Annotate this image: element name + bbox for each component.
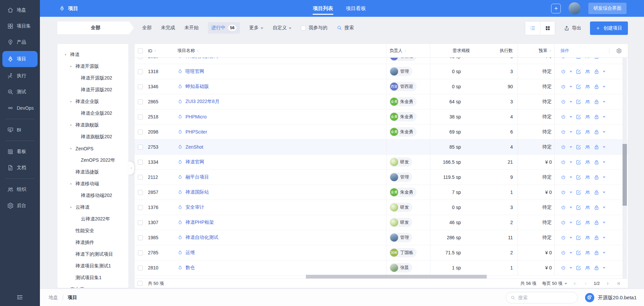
- team-icon[interactable]: [585, 114, 590, 120]
- chevron-down-icon[interactable]: [603, 222, 605, 225]
- column-header-scale[interactable]: 需求规模: [430, 44, 473, 57]
- chevron-down-icon[interactable]: [570, 176, 572, 180]
- team-icon[interactable]: [585, 250, 590, 256]
- power-icon[interactable]: [560, 69, 566, 74]
- filter-custom[interactable]: 自定义: [273, 25, 291, 31]
- per-page-select[interactable]: 每页 50 项: [542, 280, 567, 287]
- chevron-down-icon[interactable]: [570, 222, 572, 225]
- tree-item[interactable]: ZenOPS 2022年: [57, 154, 128, 166]
- row-checkbox[interactable]: [138, 58, 143, 59]
- sidebar-item-org[interactable]: 组织: [0, 182, 40, 198]
- team-icon[interactable]: [585, 220, 590, 225]
- chevron-down-icon[interactable]: [603, 192, 605, 195]
- edit-icon[interactable]: [576, 129, 581, 135]
- team-icon[interactable]: [585, 69, 590, 74]
- chevron-down-icon[interactable]: [570, 131, 572, 134]
- lock-icon[interactable]: [594, 159, 599, 165]
- tree-item[interactable]: 真大师: [57, 284, 128, 288]
- project-name-link[interactable]: 禅道官网: [185, 159, 204, 165]
- row-checkbox[interactable]: [138, 130, 143, 135]
- first-page-button[interactable]: [573, 281, 578, 286]
- row-checkbox[interactable]: [138, 205, 143, 210]
- lock-icon[interactable]: [594, 69, 599, 74]
- project-name-link[interactable]: 禅道国际站: [185, 189, 209, 195]
- lock-icon[interactable]: [594, 174, 599, 180]
- filter-wait[interactable]: 未开始: [184, 25, 199, 31]
- power-icon[interactable]: [560, 84, 566, 90]
- tree-item[interactable]: 禅道移动端202: [57, 190, 128, 201]
- team-icon[interactable]: [585, 174, 590, 180]
- lock-icon[interactable]: [594, 205, 599, 210]
- filter-more[interactable]: 更多: [249, 25, 263, 31]
- sidebar-item-bi[interactable]: BI: [0, 122, 40, 138]
- footer-select-checkbox[interactable]: [138, 281, 143, 286]
- chevron-down-icon[interactable]: [570, 116, 572, 119]
- sidebar-item-home[interactable]: 地盘: [0, 2, 40, 18]
- filter-undone[interactable]: 未完成: [161, 25, 175, 31]
- lock-icon[interactable]: [594, 190, 599, 195]
- tree-item[interactable]: ▾ 禅道开源版: [57, 60, 128, 72]
- row-checkbox[interactable]: [138, 145, 143, 150]
- row-checkbox[interactable]: [138, 99, 143, 104]
- grid-view-button[interactable]: [540, 21, 555, 35]
- toolbar-search[interactable]: 搜索: [337, 25, 354, 31]
- power-icon[interactable]: [560, 159, 566, 165]
- project-name-link[interactable]: 蝉知基础版: [185, 84, 209, 90]
- chevron-down-icon[interactable]: [603, 58, 605, 59]
- power-icon[interactable]: [560, 265, 566, 271]
- tree-item[interactable]: 禅道旗舰版202: [57, 131, 128, 143]
- power-icon[interactable]: [560, 114, 566, 120]
- power-icon[interactable]: [560, 190, 566, 195]
- table-row[interactable]: 2518 PHPMicro 金勇 朱金勇 38 sp 4 待定: [135, 109, 628, 124]
- row-checkbox[interactable]: [138, 190, 143, 195]
- team-icon[interactable]: [585, 205, 590, 210]
- table-row[interactable]: 2019 禅道英文版官网 西迎 管西迎 62 sp 1 ¥ 0: [135, 58, 628, 64]
- chevron-down-icon[interactable]: [603, 161, 605, 164]
- power-icon[interactable]: [560, 205, 566, 210]
- tree-item[interactable]: ▾ 禅道移动端: [57, 178, 128, 190]
- table-row[interactable]: 1376 安全审计 研发 0 sp 3 待定: [135, 200, 628, 215]
- tree-item[interactable]: 性能安全: [57, 225, 128, 237]
- chevron-down-icon[interactable]: [603, 116, 605, 119]
- workspace-switch-button[interactable]: 研发综合界面: [588, 3, 627, 14]
- table-row-clipped[interactable]: 2019 禅道英文版官网 西迎 管西迎 62 sp 1 ¥ 0: [135, 58, 628, 64]
- tree-item[interactable]: 禅道项目集测试1: [57, 260, 128, 272]
- table-row[interactable]: 1318 喧喧官网 管理 0 sp 3 待定: [135, 64, 628, 79]
- power-icon[interactable]: [560, 174, 566, 180]
- tree-item[interactable]: 禅道下的测试项目: [57, 248, 128, 260]
- row-checkbox[interactable]: [138, 69, 143, 74]
- breadcrumb-home[interactable]: 地盘: [49, 295, 58, 301]
- lock-icon[interactable]: [594, 235, 599, 241]
- chevron-down-icon[interactable]: [603, 176, 605, 180]
- edit-icon[interactable]: [576, 99, 581, 105]
- table-row[interactable]: 1346 蝉知基础版 西迎 管西迎 0 sp 90 待定: [135, 79, 628, 94]
- row-checkbox[interactable]: [138, 250, 143, 255]
- tree-item[interactable]: 禅道开源版202: [57, 72, 128, 84]
- lock-icon[interactable]: [594, 114, 599, 120]
- power-icon[interactable]: [560, 235, 566, 241]
- project-name-link[interactable]: 禅道自动化测试: [185, 235, 218, 241]
- project-name-link[interactable]: 数仓: [185, 265, 195, 271]
- horizontal-scrollbar-thumb[interactable]: [306, 275, 487, 278]
- edit-icon[interactable]: [576, 114, 581, 120]
- global-search[interactable]: [506, 292, 578, 303]
- user-avatar[interactable]: [569, 2, 581, 14]
- row-checkbox[interactable]: [138, 175, 143, 180]
- chevron-down-icon[interactable]: [570, 146, 572, 149]
- table-row[interactable]: 2865 ZUI3 2022年8月 金勇 朱金勇 64 sp 3 待定: [135, 94, 628, 109]
- table-row[interactable]: 1334 禅道官网 研发 166.5 sp 21 ¥ 0: [135, 155, 628, 170]
- edit-icon[interactable]: [576, 265, 581, 271]
- export-button[interactable]: 导出: [564, 25, 581, 31]
- table-row[interactable]: 2785 运维 国栋 丁国栋 71.5 sp 2 ¥ 0: [135, 245, 628, 260]
- chevron-down-icon[interactable]: [570, 237, 572, 240]
- lock-icon[interactable]: [594, 250, 599, 256]
- chevron-down-icon[interactable]: [603, 267, 605, 270]
- power-icon[interactable]: [560, 58, 566, 59]
- project-name-link[interactable]: ZenShot: [185, 144, 203, 150]
- list-view-button[interactable]: [525, 21, 540, 35]
- power-icon[interactable]: [560, 250, 566, 256]
- chevron-down-icon[interactable]: [603, 131, 605, 134]
- table-row[interactable]: 2857 禅道国际站 金勇 朱金勇 7 sp 1 ¥ 0: [135, 185, 628, 200]
- chevron-down-icon[interactable]: [603, 101, 605, 104]
- sidebar-item-product[interactable]: 产品: [0, 34, 40, 50]
